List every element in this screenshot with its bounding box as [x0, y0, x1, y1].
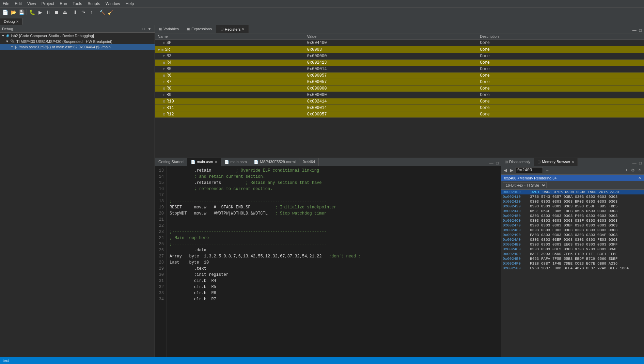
mb-row[interactable]: 0x002470 0303 0303 0303 03BF 0303 0303 0… [501, 223, 644, 228]
mb-row[interactable]: 0x002440 D5C1 D5CF FBD5 F9EB D5C6 D503 0… [501, 209, 644, 213]
reg-row[interactable]: ⊞ R12 0x000057 Core [155, 111, 644, 118]
tab-debug-label: Debug [4, 19, 15, 23]
toolbar-step-over[interactable]: ↷ [80, 9, 87, 16]
mb-row[interactable]: 0x002460 0303 0303 0303 0303 03BF 0303 0… [501, 218, 644, 223]
tab-debug[interactable]: Debug ✕ [0, 18, 22, 25]
menu-view[interactable]: View [25, 1, 39, 7]
reg-row[interactable]: ⊞ R9 0x000000 Core [155, 92, 644, 98]
toolbar-run[interactable]: ▶ [36, 9, 44, 16]
tab-expressions[interactable]: ⊞ Expressions [183, 25, 216, 33]
reg-row[interactable]: ⊞ R3 0x000000 Core [155, 53, 644, 60]
tree-root[interactable]: ▼ ◉ lab2 [Code Composer Studio - Device … [0, 33, 155, 38]
debug-minimize[interactable]: — [135, 26, 141, 32]
reg-row[interactable]: ⊞ R8 0x000000 Core [155, 85, 644, 92]
tab-memory-close[interactable]: ✕ [571, 160, 574, 164]
tab-registers[interactable]: ⊞ Registers ✕ [216, 25, 249, 33]
mb-rendering-title: 0x2400 <Memory Rendering 6> [504, 176, 557, 180]
mb-rows[interactable]: 0x002400 0201 0503 0706 0908 0C0A 150D 2… [501, 190, 644, 364]
debug-maximize[interactable]: □ [141, 26, 146, 32]
code-content[interactable]: 1314151617181920212223242526272829303132… [155, 166, 501, 364]
menu-file[interactable]: File [0, 1, 12, 7]
tab-main-asm-2-label: main.asm [231, 160, 247, 164]
menu-window[interactable]: Window [103, 1, 123, 7]
mb-row[interactable]: 0x002400 0201 0503 0706 0908 0C0A 150D 2… [501, 190, 644, 194]
mb-row[interactable]: 0x0024F0 F1E8 68B7 1F4E 7DBE CCE3 EC7E 6… [501, 261, 644, 266]
tab-main-asm-1-label: main.asm [197, 160, 213, 164]
tree-child1[interactable]: ▼ 🔌 TI MSP430 USB1/MSP430 (Suspended - H… [0, 38, 155, 44]
tab-ccxml[interactable]: 📄 MSP430F5529.ccxml [250, 158, 299, 166]
reg-row[interactable]: ⊞ R5 0x000014 Core [155, 66, 644, 73]
code-maximize[interactable]: □ [495, 160, 500, 166]
mb-row[interactable]: 0x002480 0303 0303 ED03 0303 0303 0303 0… [501, 228, 644, 233]
mb-row[interactable]: 0x0024B0 0303 0303 0303 EE03 0303 0303 0… [501, 242, 644, 247]
mb-back[interactable]: ◀ [503, 168, 508, 173]
mb-row[interactable]: 0x002410 3736 5743 0357 03BA 0303 0303 0… [501, 194, 644, 199]
toolbar-clean[interactable]: 🧹 [107, 9, 114, 16]
toolbar-open[interactable]: 📂 [10, 9, 17, 16]
mb-go[interactable]: → [544, 168, 550, 173]
mb-row[interactable]: 0x002420 0303 0303 0303 0303 BF03 0303 0… [501, 199, 644, 204]
mb-row[interactable]: 0x002500 E95D 3B37 FDBD BFF4 4D7B 8F37 9… [501, 266, 644, 271]
reg-row[interactable]: ▶ ⊞ SR 0x0003 Core [155, 46, 644, 53]
tree-root-icon: ◉ [6, 33, 10, 38]
mb-row[interactable]: 0x0024C0 0303 0303 03E5 0303 9703 9703 0… [501, 247, 644, 252]
tab-main-asm-1[interactable]: 📄 main.asm ✕ [187, 158, 221, 166]
toolbar-new[interactable]: 📄 [1, 9, 9, 16]
mb-settings[interactable]: ⚙ [630, 168, 636, 173]
mb-data: 0303 0303 0303 0303 D503 D5BF FBD5 FBD5 [530, 204, 643, 208]
mb-forward[interactable]: ▶ [509, 168, 514, 173]
mb-format-select[interactable]: 16-Bit Hex - TI Style 8-Bit Hex 32-Bit H… [503, 182, 547, 188]
toolbar-debug[interactable]: 🐛 [28, 9, 36, 16]
debug-title: Debug [2, 27, 13, 31]
menu-help[interactable]: Help [123, 1, 137, 7]
menu-tools[interactable]: Tools [70, 1, 85, 7]
tab-getting-started[interactable]: Getting Started [155, 158, 187, 166]
toolbar-suspend[interactable]: ⏸ [45, 9, 52, 16]
toolbar-step-into[interactable]: ⬇ [72, 9, 79, 16]
reg-row[interactable]: ⊞ R4 0x002413 Core [155, 60, 644, 66]
toolbar-build[interactable]: 🔨 [98, 9, 106, 16]
menu-run[interactable]: Run [57, 1, 70, 7]
toolbar-step-return[interactable]: ↑ [88, 9, 95, 16]
mb-row[interactable]: 0x002450 0303 0303 0303 0303 F403 0303 0… [501, 213, 644, 218]
tab-addr[interactable]: 0x4464 [299, 158, 319, 166]
menu-scripts[interactable]: Scripts [85, 1, 103, 7]
mb-row[interactable]: 0x0024A0 0303 0303 03EF 0303 0303 0303 F… [501, 237, 644, 242]
tab-main-asm-2[interactable]: 📄 main.asm [221, 158, 251, 166]
reg-row[interactable]: ⊞ R10 0x002414 Core [155, 98, 644, 105]
toolbar-save[interactable]: 💾 [18, 9, 25, 16]
tab-main-asm-1-close[interactable]: ✕ [215, 160, 217, 164]
tab-registers-close[interactable]: ✕ [242, 27, 245, 31]
toolbar-stop[interactable]: ⏹ [53, 9, 60, 16]
reg-desc: Core [477, 111, 644, 118]
reg-row[interactable]: ⊞ R11 0x000014 Core [155, 105, 644, 111]
menu-edit[interactable]: Edit [12, 1, 25, 7]
tree-child2[interactable]: ≡ $../main.asm:31:93$() at main.asm:82 0… [0, 44, 155, 50]
reg-icon: ⊞ [163, 74, 165, 78]
mb-row[interactable]: 0x0024D0 BAFF 3993 B5DD 7FB6 F18D F1F1 B… [501, 252, 644, 256]
rb-minimize[interactable]: — [631, 160, 638, 166]
debug-menu[interactable]: ▼ [146, 26, 153, 32]
tab-memory-browser[interactable]: ⊞ Memory Browser ✕ [534, 158, 578, 166]
tab-variables[interactable]: ⊞ Variables [155, 25, 183, 33]
reg-minimize[interactable]: — [631, 28, 638, 33]
code-minimize[interactable]: — [488, 160, 494, 166]
reg-icon: ⊞ [163, 93, 165, 97]
reg-row[interactable]: ⊞ R7 0x000057 Core [155, 79, 644, 85]
mb-new[interactable]: + [624, 168, 629, 173]
mb-row[interactable]: 0x002430 0303 0303 0303 0303 D503 D5BF F… [501, 204, 644, 209]
reg-row[interactable]: ⊞ R6 0x000057 Core [155, 73, 644, 79]
mb-refresh[interactable]: ↻ [637, 168, 643, 173]
reg-row[interactable]: ⊞ SP 0x004400 Core [155, 40, 644, 46]
mb-row[interactable]: 0x002490 FA03 0303 0303 0303 0303 0303 0… [501, 233, 644, 237]
rb-maximize[interactable]: □ [638, 160, 643, 166]
mb-rendering-close[interactable]: ✕ [638, 176, 641, 180]
menu-project[interactable]: Project [39, 1, 57, 7]
mb-row[interactable]: 0x0024E0 B463 FAFA 7F5E 55B3 EBDF B7C9 6… [501, 256, 644, 261]
col-desc: Description [477, 33, 644, 40]
tab-debug-close[interactable]: ✕ [16, 20, 19, 23]
mb-addr-input[interactable] [516, 167, 543, 173]
reg-maximize[interactable]: □ [638, 28, 643, 33]
toolbar-disconnect[interactable]: ⏏ [61, 9, 68, 16]
tab-disassembly[interactable]: ⊞ Disassembly [501, 158, 534, 166]
